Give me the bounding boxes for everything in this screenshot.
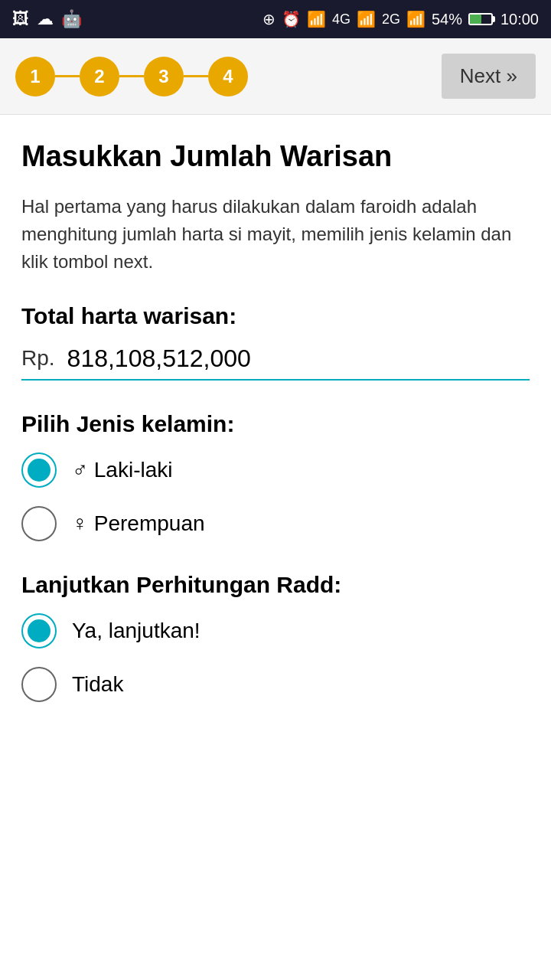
- radd-no-label: Tidak: [72, 672, 123, 697]
- cloud-icon: ☁: [37, 9, 54, 29]
- step-1: 1: [15, 57, 55, 96]
- radd-section: Lanjutkan Perhitungan Radd: Ya, lanjutka…: [21, 572, 530, 702]
- status-icons: 🖼 ☁ 🤖: [12, 9, 82, 29]
- step-2: 2: [80, 57, 119, 96]
- radio-female-outer: [21, 506, 57, 541]
- gender-option-male[interactable]: ♂ Laki-laki: [21, 452, 530, 488]
- radd-option-no[interactable]: Tidak: [21, 667, 530, 702]
- amount-row: Rp.: [21, 345, 530, 381]
- next-button[interactable]: Next »: [442, 54, 536, 99]
- currency-label: Rp.: [21, 346, 55, 371]
- alarm-icon: ⏰: [282, 10, 301, 28]
- battery-percent: 54%: [432, 11, 462, 28]
- radd-yes-label: Ya, lanjutkan!: [72, 619, 201, 643]
- radd-label: Lanjutkan Perhitungan Radd:: [21, 572, 530, 598]
- radio-no-outer: [21, 667, 57, 702]
- sim-icon: ⊕: [262, 10, 276, 28]
- network-2g: 2G: [382, 11, 400, 28]
- step-3: 3: [144, 57, 184, 96]
- image-icon: 🖼: [12, 9, 29, 29]
- gender-section: Pilih Jenis kelamin: ♂ Laki-laki ♀ Perem…: [21, 411, 530, 541]
- amount-input[interactable]: [67, 345, 530, 373]
- gender-radio-group: ♂ Laki-laki ♀ Perempuan: [21, 452, 530, 541]
- step-line-1: [55, 75, 80, 77]
- radio-yes-outer: [21, 613, 57, 648]
- radio-yes-inner: [28, 619, 51, 642]
- radio-male-outer: [21, 452, 57, 488]
- battery-indicator: [468, 13, 494, 25]
- page-description: Hal pertama yang harus dilakukan dalam f…: [21, 193, 530, 276]
- time-display: 10:00: [500, 11, 539, 28]
- radd-radio-group: Ya, lanjutkan! Tidak: [21, 613, 530, 702]
- signal-icon2: 📶: [406, 10, 425, 28]
- radio-male-inner: [28, 459, 51, 482]
- network-4g: 4G: [332, 11, 350, 28]
- wifi-icon: 📶: [307, 10, 326, 28]
- page-title: Masukkan Jumlah Warisan: [21, 139, 530, 175]
- gender-female-label: ♀ Perempuan: [72, 511, 205, 536]
- inheritance-section: Total harta warisan: Rp.: [21, 303, 530, 381]
- step-indicator: 1 2 3 4: [15, 57, 248, 96]
- gender-option-female[interactable]: ♀ Perempuan: [21, 506, 530, 541]
- top-nav: 1 2 3 4 Next »: [0, 38, 551, 115]
- gender-label: Pilih Jenis kelamin:: [21, 411, 530, 437]
- status-indicators: ⊕ ⏰ 📶 4G 📶 2G 📶 54% 10:00: [262, 10, 539, 28]
- gender-male-label: ♂ Laki-laki: [72, 458, 172, 482]
- step-line-3: [184, 75, 208, 77]
- status-bar: 🖼 ☁ 🤖 ⊕ ⏰ 📶 4G 📶 2G 📶 54% 10:00: [0, 0, 551, 38]
- main-content: Masukkan Jumlah Warisan Hal pertama yang…: [0, 115, 551, 757]
- signal-icon: 📶: [357, 10, 376, 28]
- inheritance-label: Total harta warisan:: [21, 303, 530, 329]
- radd-option-yes[interactable]: Ya, lanjutkan!: [21, 613, 530, 648]
- step-line-2: [119, 75, 144, 77]
- android-icon: 🤖: [61, 9, 82, 29]
- step-4: 4: [208, 57, 248, 96]
